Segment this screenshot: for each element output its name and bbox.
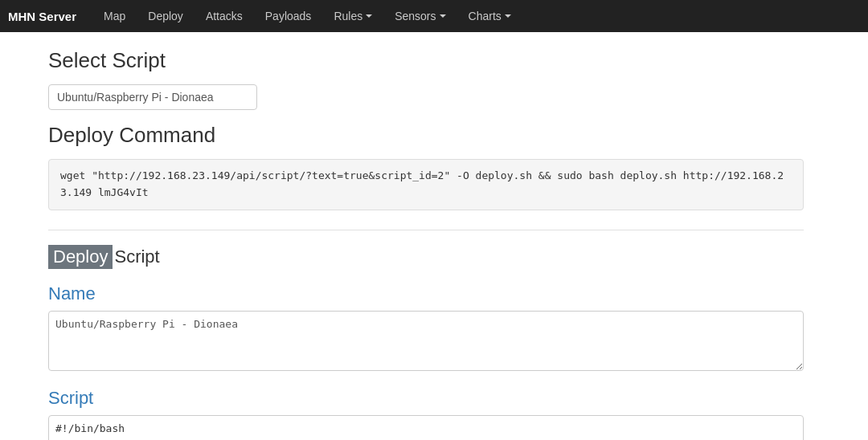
- rules-caret-icon: [366, 14, 372, 18]
- nav-item-rules[interactable]: Rules: [322, 2, 383, 31]
- section-divider: [48, 230, 804, 230]
- nav-item-attacks[interactable]: Attacks: [194, 2, 254, 31]
- navbar: MHN Server Map Deploy Attacks Payloads R…: [0, 0, 868, 32]
- nav-item-sensors[interactable]: Sensors: [383, 2, 457, 31]
- nav-link-map[interactable]: Map: [92, 2, 137, 31]
- nav-item-deploy[interactable]: Deploy: [137, 2, 194, 31]
- deploy-script-header: Deploy Script: [48, 245, 804, 269]
- nav-link-rules[interactable]: Rules: [322, 2, 383, 31]
- nav-link-sensors[interactable]: Sensors: [383, 2, 457, 31]
- script-textarea[interactable]: #!/bin/bash set -e set -x: [48, 415, 804, 440]
- deploy-command-text: wget "http://192.168.23.149/api/script/?…: [60, 169, 784, 198]
- nav-link-charts[interactable]: Charts: [457, 2, 522, 31]
- nav-menu: Map Deploy Attacks Payloads Rules Sensor…: [92, 2, 522, 31]
- main-content: Select Script Ubuntu/Raspberry Pi - Dion…: [0, 32, 852, 440]
- nav-item-map[interactable]: Map: [92, 2, 137, 31]
- sensors-caret-icon: [440, 14, 446, 18]
- script-select[interactable]: Ubuntu/Raspberry Pi - Dionaea: [48, 84, 257, 110]
- nav-item-charts[interactable]: Charts: [457, 2, 522, 31]
- nav-item-payloads[interactable]: Payloads: [254, 2, 323, 31]
- deploy-command-box: wget "http://192.168.23.149/api/script/?…: [48, 159, 804, 210]
- charts-caret-icon: [505, 14, 511, 18]
- deploy-script-title-rest: Script: [114, 246, 159, 267]
- select-script-title: Select Script: [48, 48, 804, 73]
- nav-link-attacks[interactable]: Attacks: [194, 2, 254, 31]
- deploy-script-highlight: Deploy: [48, 245, 113, 269]
- nav-link-deploy[interactable]: Deploy: [137, 2, 194, 31]
- deploy-command-title: Deploy Command: [48, 123, 804, 148]
- nav-link-payloads[interactable]: Payloads: [254, 2, 323, 31]
- app-brand: MHN Server: [8, 10, 76, 23]
- name-label: Name: [48, 283, 804, 304]
- name-textarea[interactable]: Ubuntu/Raspberry Pi - Dionaea: [48, 311, 804, 371]
- script-label: Script: [48, 388, 804, 409]
